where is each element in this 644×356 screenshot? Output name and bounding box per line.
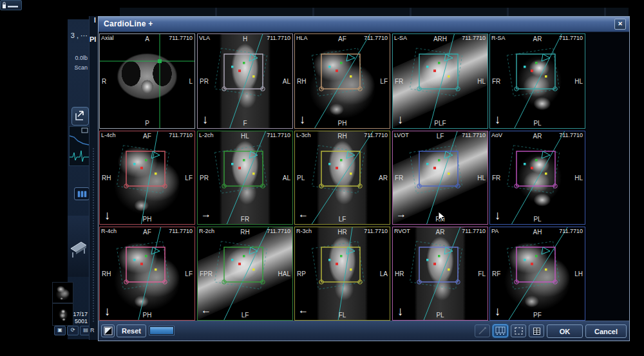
plane-overlay-graphics	[198, 34, 292, 128]
orientation-bottom: F	[198, 120, 292, 127]
export-button[interactable]	[71, 107, 89, 126]
lcd-segment	[78, 191, 80, 197]
orientation-top: AH	[490, 229, 585, 236]
plane-overlay-graphics	[393, 227, 488, 320]
plane-panel-pa[interactable]: PA711.7710AHRFLHPF↓	[489, 227, 585, 321]
scroll-down-arrow-icon[interactable]: ↓	[397, 113, 404, 126]
background-thumbnail-strip	[120, 8, 629, 16]
orientation-top: H	[198, 35, 292, 42]
close-button[interactable]: ✕	[614, 19, 626, 30]
orientation-bottom: FL	[295, 312, 390, 319]
orientation-top: LF	[393, 133, 488, 140]
grid-layout-button[interactable]	[493, 324, 508, 337]
plane-panel-aov[interactable]: AoV711.7710ARFRHLPL↓	[489, 131, 585, 225]
orientation-right: LF	[185, 270, 193, 277]
plane-panel-l-3ch[interactable]: L-3ch711.7710RHPLARLF←	[294, 131, 390, 225]
orientation-right: AR	[379, 174, 388, 182]
plane-panel-r-3ch[interactable]: R-3ch711.7710HRRPLAFL←	[294, 227, 390, 321]
orientation-bottom: PL	[490, 120, 585, 127]
image-counter: 17/17	[63, 311, 88, 317]
camera-icon[interactable]: ▣	[54, 326, 66, 335]
progress-bar	[149, 326, 175, 335]
scroll-down-arrow-icon[interactable]: ↓	[495, 305, 501, 317]
orientation-left: RH	[102, 270, 111, 277]
scroll-right-arrow-icon[interactable]: →	[201, 209, 211, 220]
orientation-top: RH	[295, 133, 390, 140]
plane-overlay-graphics	[100, 131, 194, 224]
mouse-cursor	[438, 211, 446, 223]
physio-monitor-panel[interactable]	[69, 126, 90, 166]
plane-overlay-graphics	[295, 34, 390, 128]
orientation-top: RH	[198, 229, 292, 236]
plane-overlay-graphics	[393, 34, 488, 128]
orientation-left: RH	[102, 174, 111, 182]
occluded-label-pi: PI	[90, 35, 96, 43]
orientation-bottom: PLF	[393, 120, 488, 127]
orientation-bottom: PH	[295, 120, 390, 127]
plane-panel-r-sa[interactable]: R-SA711.7710ARFRHLPL↓	[489, 33, 585, 129]
plane-panel-rvot[interactable]: RVOT711.7710ARHRFLPL↓	[392, 227, 488, 321]
scroll-down-arrow-icon[interactable]: ↓	[495, 113, 501, 126]
sync-icon[interactable]: ⟳	[67, 326, 79, 335]
plane-panel-hla[interactable]: HLA711.7710AFRHLFPH↓	[294, 33, 390, 129]
series-thumbnail[interactable]	[52, 282, 73, 303]
scroll-left-arrow-icon[interactable]: ←	[298, 305, 308, 315]
scroll-down-arrow-icon[interactable]: ↓	[495, 209, 501, 221]
reset-button[interactable]: Reset	[117, 324, 146, 337]
orientation-left: FR	[492, 174, 500, 182]
plane-overlay-graphics	[295, 227, 390, 320]
orientation-bottom: PF	[490, 312, 585, 319]
plane-panel-axial[interactable]: Axial711.7710ARLP	[99, 33, 195, 129]
plane-overlay-graphics	[490, 131, 585, 224]
contrast-button[interactable]	[101, 324, 115, 337]
scroll-down-arrow-icon[interactable]: ↓	[104, 305, 111, 317]
cancel-button[interactable]: Cancel	[585, 324, 627, 338]
lcd-segment	[81, 191, 83, 197]
orientation-top: AF	[295, 35, 390, 42]
orientation-top: AR	[490, 35, 585, 42]
plane-panel-l-sa[interactable]: L-SA711.7710ARHFRHLPLF↓	[392, 33, 488, 129]
orientation-left: FR	[492, 78, 500, 85]
scroll-right-arrow-icon[interactable]: →	[396, 209, 406, 220]
orientation-right: HL	[574, 174, 583, 182]
orientation-bottom: PH	[100, 312, 194, 319]
marquee-select-button[interactable]	[511, 324, 526, 337]
dotted-scrollbar[interactable]	[93, 148, 94, 322]
scroll-down-arrow-icon[interactable]: ↓	[202, 113, 209, 126]
plane-overlay-graphics	[490, 227, 585, 320]
series-number: 5001	[63, 318, 88, 324]
scroll-down-arrow-icon[interactable]: ↓	[299, 113, 306, 126]
orientation-top: HL	[198, 133, 292, 140]
footer-right-group: OK Cancel	[475, 324, 627, 338]
scan-label: Scan	[68, 64, 88, 71]
orientation-right: LF	[380, 78, 388, 85]
patient-info-fragment: 3 , ⋯	[68, 32, 88, 40]
scroll-down-arrow-icon[interactable]: ↓	[104, 209, 111, 221]
orientation-bottom: PL	[490, 216, 585, 223]
thumbnail-toolbar: ▣ ⟳ ▤	[54, 326, 91, 335]
orientation-left: PR	[200, 78, 209, 85]
patient-table-icon[interactable]	[69, 230, 88, 263]
probe-tool-button[interactable]	[475, 324, 490, 337]
table-view-button[interactable]	[529, 324, 544, 337]
orientation-bottom: PH	[100, 216, 194, 223]
orientation-right: HAL	[278, 270, 290, 277]
plane-overlay-graphics	[100, 34, 194, 128]
dialog-titlebar[interactable]: CardioLine + ✕	[99, 17, 629, 32]
timer-display[interactable]	[74, 187, 90, 200]
lock-button[interactable]	[0, 0, 22, 10]
data-table-icon	[533, 327, 541, 335]
orientation-bottom: LF	[198, 312, 292, 319]
orientation-bottom: FR	[198, 216, 292, 223]
scroll-left-arrow-icon[interactable]: ←	[298, 209, 308, 220]
scroll-down-arrow-icon[interactable]: ↓	[397, 305, 404, 317]
plane-panel-l-2ch[interactable]: L-2ch711.7710HLPRALFR→	[197, 131, 293, 225]
plane-panel-vla[interactable]: VLA711.7710HPRALF↓	[197, 33, 293, 129]
scroll-left-arrow-icon[interactable]: ←	[201, 305, 211, 315]
lcd-segment	[84, 191, 86, 197]
export-arrow-icon	[72, 115, 87, 126]
ok-button[interactable]: OK	[547, 324, 583, 338]
plane-panel-l-4ch[interactable]: L-4ch711.7710AFRHLFPH↓	[99, 131, 195, 225]
plane-panel-r-4ch[interactable]: R-4ch711.7710AFRHLFPH↓	[99, 227, 195, 321]
plane-panel-r-2ch[interactable]: R-2ch711.7710RHFPRHALLF←	[197, 227, 293, 321]
